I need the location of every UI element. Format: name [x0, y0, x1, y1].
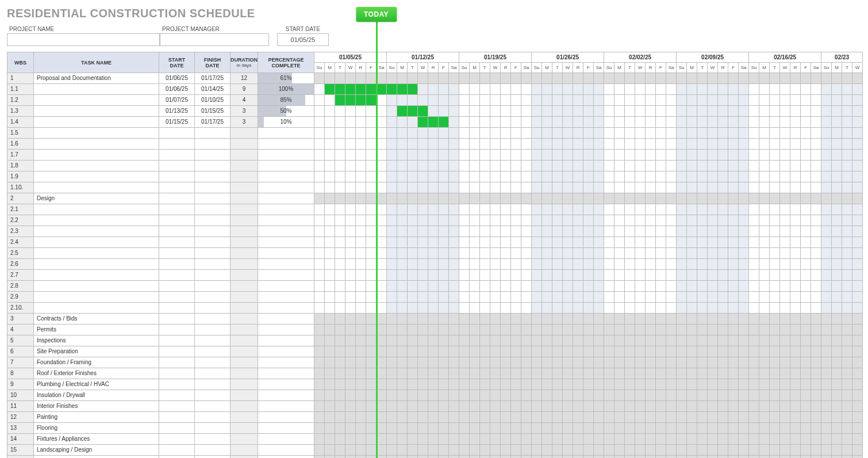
project-manager-input[interactable]	[160, 33, 269, 46]
finish-date-cell[interactable]	[195, 171, 231, 182]
start-date-cell[interactable]	[159, 171, 195, 182]
finish-date-cell[interactable]	[195, 456, 231, 459]
wbs-cell[interactable]: 2.4	[7, 237, 34, 248]
percent-complete-cell[interactable]	[258, 325, 314, 335]
task-name-cell[interactable]	[34, 303, 159, 314]
wbs-cell[interactable]: 9	[7, 379, 34, 390]
task-name-cell[interactable]	[34, 150, 159, 161]
wbs-cell[interactable]: 7	[7, 357, 34, 368]
percent-complete-cell[interactable]	[258, 237, 314, 248]
task-name-cell[interactable]: Painting	[34, 412, 159, 423]
finish-date-cell[interactable]	[195, 423, 231, 434]
wbs-cell[interactable]: 1.9	[7, 171, 34, 182]
percent-complete-cell[interactable]	[258, 303, 314, 314]
finish-date-cell[interactable]	[195, 270, 231, 281]
wbs-cell[interactable]: 1.2	[7, 95, 34, 106]
percent-complete-cell[interactable]	[258, 314, 314, 325]
wbs-cell[interactable]: 2.10.	[7, 303, 34, 314]
task-name-cell[interactable]	[34, 95, 159, 106]
duration-cell[interactable]	[231, 193, 258, 204]
task-name-cell[interactable]: Roof / Exterior Finishes	[34, 368, 159, 379]
start-date-cell[interactable]	[159, 314, 195, 325]
finish-date-cell[interactable]	[195, 204, 231, 215]
percent-complete-cell[interactable]	[258, 368, 314, 379]
duration-cell[interactable]	[231, 412, 258, 423]
wbs-cell[interactable]: 1.3	[7, 106, 34, 117]
wbs-cell[interactable]: 2.5	[7, 248, 34, 259]
finish-date-cell[interactable]: 01/10/25	[195, 95, 231, 106]
task-name-cell[interactable]: Foundation / Framing	[34, 357, 159, 368]
duration-cell[interactable]	[231, 434, 258, 445]
percent-complete-cell[interactable]	[258, 182, 314, 193]
finish-date-cell[interactable]: 01/14/25	[195, 84, 231, 95]
duration-cell[interactable]: 4	[231, 95, 258, 106]
start-date-cell[interactable]	[159, 270, 195, 281]
task-name-cell[interactable]: Final Details / Closure	[34, 456, 159, 459]
task-name-cell[interactable]	[34, 215, 159, 226]
task-name-cell[interactable]	[34, 84, 159, 95]
wbs-cell[interactable]: 5	[7, 335, 34, 346]
duration-cell[interactable]: 9	[231, 84, 258, 95]
finish-date-cell[interactable]	[195, 248, 231, 259]
task-name-cell[interactable]: Proposal and Documentation	[34, 73, 159, 84]
task-name-cell[interactable]	[34, 182, 159, 193]
wbs-cell[interactable]: 4	[7, 325, 34, 335]
percent-complete-cell[interactable]	[258, 226, 314, 237]
finish-date-cell[interactable]	[195, 215, 231, 226]
duration-cell[interactable]	[231, 161, 258, 171]
task-name-cell[interactable]: Site Preparation	[34, 346, 159, 357]
duration-cell[interactable]	[231, 248, 258, 259]
percent-complete-cell[interactable]	[258, 259, 314, 270]
percent-complete-cell[interactable]	[258, 335, 314, 346]
wbs-cell[interactable]: 8	[7, 368, 34, 379]
start-date-cell[interactable]	[159, 215, 195, 226]
task-name-cell[interactable]	[34, 161, 159, 171]
wbs-cell[interactable]: 2.3	[7, 226, 34, 237]
wbs-cell[interactable]: 1.1	[7, 84, 34, 95]
wbs-cell[interactable]: 2.7	[7, 270, 34, 281]
duration-cell[interactable]	[231, 346, 258, 357]
finish-date-cell[interactable]	[195, 193, 231, 204]
finish-date-cell[interactable]	[195, 139, 231, 150]
start-date-cell[interactable]	[159, 204, 195, 215]
duration-cell[interactable]: 3	[231, 117, 258, 128]
duration-cell[interactable]	[231, 314, 258, 325]
duration-cell[interactable]	[231, 128, 258, 139]
wbs-cell[interactable]: 11	[7, 401, 34, 412]
finish-date-cell[interactable]	[195, 128, 231, 139]
start-date-cell[interactable]: 01/13/25	[159, 106, 195, 117]
start-date-cell[interactable]	[159, 139, 195, 150]
percent-complete-cell[interactable]	[258, 434, 314, 445]
start-date-cell[interactable]	[159, 259, 195, 270]
wbs-cell[interactable]: 10	[7, 390, 34, 401]
percent-complete-cell[interactable]	[258, 193, 314, 204]
finish-date-cell[interactable]	[195, 434, 231, 445]
finish-date-cell[interactable]	[195, 368, 231, 379]
finish-date-cell[interactable]	[195, 401, 231, 412]
percent-complete-cell[interactable]	[258, 379, 314, 390]
start-date-cell[interactable]	[159, 193, 195, 204]
start-date-cell[interactable]: 01/15/25	[159, 117, 195, 128]
finish-date-cell[interactable]	[195, 335, 231, 346]
task-name-cell[interactable]: Plumbing / Electrical / HVAC	[34, 379, 159, 390]
task-name-cell[interactable]: Interior Finishes	[34, 401, 159, 412]
finish-date-cell[interactable]	[195, 292, 231, 303]
project-name-input[interactable]	[7, 33, 160, 46]
duration-cell[interactable]	[231, 335, 258, 346]
task-name-cell[interactable]	[34, 106, 159, 117]
finish-date-cell[interactable]	[195, 325, 231, 335]
percent-complete-cell[interactable]	[258, 215, 314, 226]
duration-cell[interactable]	[231, 456, 258, 459]
task-name-cell[interactable]	[34, 204, 159, 215]
finish-date-cell[interactable]	[195, 303, 231, 314]
duration-cell[interactable]: 12	[231, 73, 258, 84]
task-name-cell[interactable]	[34, 128, 159, 139]
duration-cell[interactable]	[231, 270, 258, 281]
start-date-cell[interactable]	[159, 357, 195, 368]
finish-date-cell[interactable]	[195, 357, 231, 368]
finish-date-cell[interactable]	[195, 161, 231, 171]
start-date-cell[interactable]	[159, 237, 195, 248]
start-date-cell[interactable]	[159, 368, 195, 379]
duration-cell[interactable]	[231, 357, 258, 368]
percent-complete-cell[interactable]	[258, 248, 314, 259]
